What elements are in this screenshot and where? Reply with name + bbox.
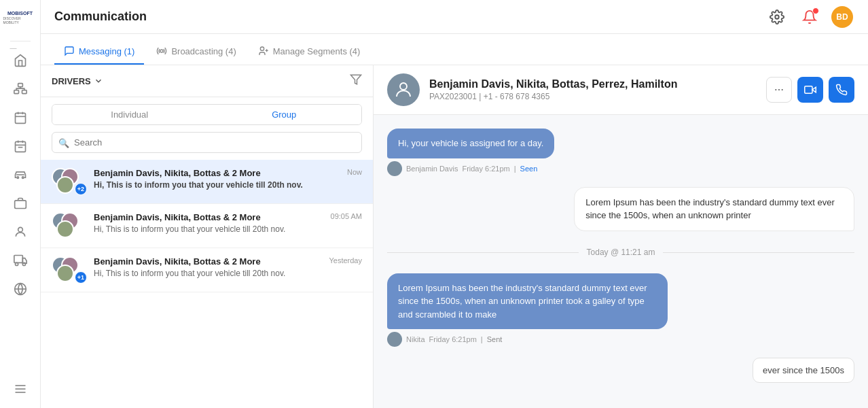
sidebar-item-home[interactable] [7,48,34,73]
topbar-icons: BD [765,5,854,29]
conversation-item[interactable]: +2 Benjamin Davis, Nikita, Bottas & 2 Mo… [41,160,373,204]
conv-preview: Hi, This is to inform you that your vehi… [94,180,362,190]
svg-point-18 [22,262,25,265]
search-box: 🔍 [52,132,362,153]
drivers-label: DRIVERS [52,76,103,86]
message-status: Sent [487,335,503,343]
tab-messaging-label: Messaging (1) [79,46,134,56]
svg-point-12 [17,177,19,179]
sidebar-item-schedule[interactable] [7,134,34,158]
message-item: Hi, your vehicle is assigned for a day. … [387,129,554,176]
svg-marker-29 [351,75,361,84]
toggle-group[interactable]: Group [207,105,362,124]
svg-point-25 [160,50,163,52]
message-time: Friday 6:21pm [462,165,509,173]
left-panel-header: DRIVERS [41,65,373,97]
message-meta: Benjamin Davis Friday 6:21pm | Seen [387,161,554,176]
conv-preview: Hi, This is to inform you that your vehi… [94,224,362,234]
right-panel: Benjamin Davis, Nikita, Bottas, Perrez, … [374,65,868,408]
sidebar-item-user[interactable] [7,220,34,244]
svg-point-26 [260,47,264,50]
tab-messaging[interactable]: Messaging (1) [54,40,144,65]
message-item: Lorem Ipsum has been the industry's stan… [387,273,668,347]
message-status: Seen [520,165,538,173]
svg-marker-34 [812,87,816,92]
settings-button[interactable] [765,5,789,29]
conv-name: Benjamin Davis, Nikita, Bottas & 2 More [94,168,261,178]
notification-badge [812,7,819,14]
toggle-individual[interactable]: Individual [52,105,207,124]
page-title: Communication [54,10,754,24]
sidebar-item-org[interactable] [7,77,34,101]
conversation-list: +2 Benjamin Davis, Nikita, Bottas & 2 Mo… [41,160,373,408]
extra-count-badge: +2 [75,183,87,195]
conv-avatars: +2 [52,168,87,195]
message-sender: Nikita [406,335,425,343]
message-bubble: Lorem Ipsum has been the industry's stan… [387,273,668,330]
conv-header: Benjamin Davis, Nikita, Bottas & 2 More … [94,168,362,178]
svg-rect-3 [15,113,25,123]
message-sender-avatar [387,161,402,176]
user-avatar[interactable]: BD [830,5,854,29]
sidebar-item-car[interactable] [7,163,34,187]
svg-rect-14 [14,201,26,209]
video-call-button[interactable] [797,77,823,103]
main-content: Communication BD Messaging (1) Broadcast… [41,0,868,408]
search-input[interactable] [52,132,362,153]
date-divider: Today @ 11:21 am [387,248,854,257]
notifications-button[interactable] [797,5,822,29]
conv-content: Benjamin Davis, Nikita, Bottas & 2 More … [94,168,362,195]
chat-name: Benjamin Davis, Nikita, Bottas, Perrez, … [429,78,757,90]
svg-point-24 [775,15,779,19]
conv-time: Yesterday [329,256,362,265]
message-time: Friday 6:21pm [429,335,477,343]
svg-rect-16 [14,256,22,263]
conversation-item[interactable]: Benjamin Davis, Nikita, Bottas & 2 More … [41,204,373,248]
filter-button[interactable] [350,73,362,88]
partial-message: ever since the 1500s [753,358,854,383]
conversation-item[interactable]: +1 Benjamin Davis, Nikita, Bottas & 2 Mo… [41,248,373,292]
chat-pax-id: PAX2023001 [429,92,477,101]
conv-content: Benjamin Davis, Nikita, Bottas & 2 More … [94,212,362,239]
sidebar-item-calendar[interactable] [7,105,34,130]
svg-rect-2 [22,90,26,94]
tab-broadcasting-label: Broadcasting (4) [171,46,236,56]
svg-rect-0 [18,84,22,87]
sidebar: MOBISOFT DISCOVER MOBILITY — [0,0,41,408]
svg-rect-7 [15,141,25,152]
sidebar-item-globe[interactable] [7,277,34,301]
content-area: DRIVERS Individual Group 🔍 [41,65,868,408]
more-options-button[interactable] [766,77,792,103]
chat-header: Benjamin Davis, Nikita, Bottas, Perrez, … [374,65,868,115]
tab-manage-segments[interactable]: Manage Segments (4) [249,40,370,65]
conv-header: Benjamin Davis, Nikita, Bottas & 2 More … [94,212,362,222]
left-panel: DRIVERS Individual Group 🔍 [41,65,374,408]
avatar-3 [56,176,74,194]
sidebar-divider-top: — [10,41,31,41]
svg-point-31 [775,89,776,90]
avatar: BD [831,6,853,28]
toggle-group: Individual Group [52,104,362,125]
sidebar-item-menu[interactable] [7,377,34,401]
extra-count-badge: +1 [75,271,87,284]
conv-time: Now [347,168,362,176]
tab-broadcasting[interactable]: Broadcasting (4) [147,40,245,65]
message-sender-avatar [387,332,402,347]
conv-name: Benjamin Davis, Nikita, Bottas & 2 More [94,212,261,222]
svg-point-30 [400,83,407,90]
sidebar-item-truck[interactable] [7,248,34,273]
voice-call-button[interactable] [829,77,854,103]
svg-point-17 [15,262,18,265]
chat-messages: Hi, your vehicle is assigned for a day. … [374,115,868,408]
conv-preview: Hi, This is to inform you that your vehi… [94,269,362,278]
logo-text: MOBISOFT [3,11,37,16]
message-meta: Nikita Friday 6:21pm | Sent [387,332,668,347]
sidebar-item-vehicle[interactable] [7,191,34,216]
svg-point-33 [782,89,783,90]
message-sender: Benjamin Davis [406,165,458,173]
avatar-3 [56,220,74,238]
svg-rect-35 [805,86,812,94]
conv-header: Benjamin Davis, Nikita, Bottas & 2 More … [94,256,362,267]
conv-avatars [52,212,87,239]
conv-time: 09:05 AM [331,212,362,220]
